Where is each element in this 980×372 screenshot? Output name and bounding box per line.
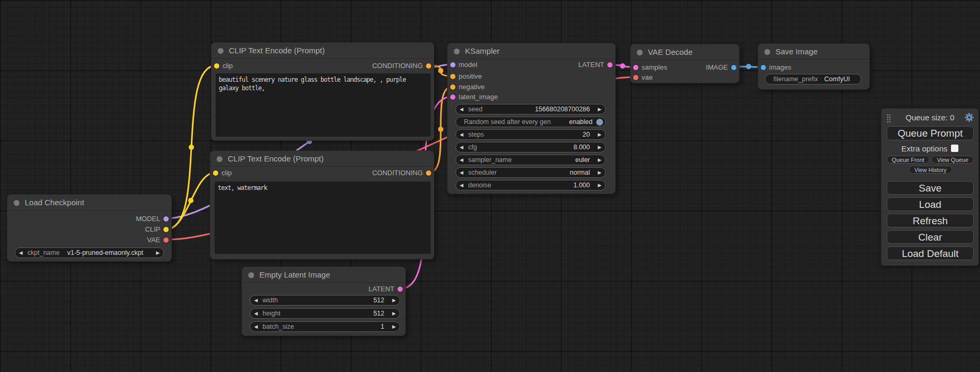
decrement-arrow-icon[interactable]: ◀ [460,142,468,152]
increment-arrow-icon[interactable]: ▶ [594,168,601,177]
toggle-icon[interactable] [596,119,603,126]
width-widget[interactable]: ◀ width 512 ▶ [250,295,400,306]
decrement-arrow-icon[interactable]: ◀ [254,322,262,331]
widget-value: 20 [484,131,590,138]
decrement-arrow-icon[interactable]: ◀ [254,309,262,318]
node-title-bar[interactable]: VAE Decode [630,44,739,60]
refresh-button[interactable]: Refresh [887,214,974,227]
increment-arrow-icon[interactable]: ▶ [152,248,160,257]
decrement-arrow-icon[interactable]: ◀ [460,104,468,114]
increment-arrow-icon[interactable]: ▶ [594,130,601,139]
slot-label: IMAGE [706,63,728,72]
load-button[interactable]: Load [887,197,974,211]
decrement-arrow-icon[interactable]: ◀ [460,180,468,190]
batch-size-widget[interactable]: ◀ batch_size 1 ▶ [250,321,400,332]
decrement-arrow-icon[interactable]: ◀ [19,248,27,257]
slot-label: latent_image [459,93,498,101]
increment-arrow-icon[interactable]: ▶ [594,104,601,114]
extra-options-checkbox[interactable] [951,145,958,152]
node-save-image[interactable]: Save Image images filename_prefix ComfyU… [758,43,870,90]
widget-label: seed [468,106,482,113]
queue-prompt-button[interactable]: Queue Prompt [887,126,974,140]
conditioning-output-dot[interactable] [426,170,431,176]
latent-image-input-dot[interactable] [450,94,455,100]
queue-menu-panel: Queue size: 0 Queue Prompt Extra options… [881,108,979,266]
clip-input-dot[interactable] [214,63,219,69]
images-input-dot[interactable] [761,65,766,70]
clear-button[interactable]: Clear [887,230,974,244]
samples-input-dot[interactable] [633,65,638,70]
decrement-arrow-icon[interactable]: ◀ [254,295,262,305]
cfg-widget[interactable]: ◀ cfg 8.000 ▶ [455,142,606,152]
collapse-dot-icon[interactable] [218,48,224,54]
collapse-dot-icon[interactable] [637,50,643,55]
decrement-arrow-icon[interactable]: ◀ [460,130,468,139]
increment-arrow-icon[interactable]: ▶ [594,155,601,165]
node-load-checkpoint[interactable]: Load Checkpoint MODEL CLIP VAE ◀ ckpt_na… [7,194,172,262]
widget-label: batch_size [263,323,294,330]
increment-arrow-icon[interactable]: ▶ [388,309,396,318]
collapse-dot-icon[interactable] [248,272,254,278]
random-seed-widget[interactable]: Random seed after every gen enabled [455,117,606,127]
latent-output-dot[interactable] [607,62,613,68]
seed-widget[interactable]: ◀ seed 156680208700286 ▶ [455,104,606,115]
collapse-dot-icon[interactable] [217,156,222,162]
increment-arrow-icon[interactable]: ▶ [594,180,601,190]
view-history-button[interactable]: View History [909,166,952,174]
widget-value: 512 [280,310,384,317]
clip-input-dot[interactable] [213,170,218,176]
collapse-dot-icon[interactable] [764,49,770,55]
image-output-dot[interactable] [731,65,736,70]
decrement-arrow-icon[interactable]: ◀ [460,168,468,177]
height-widget[interactable]: ◀ height 512 ▶ [250,308,400,319]
model-output-dot[interactable] [163,216,169,222]
node-ksampler[interactable]: KSampler model LATENT positive negative … [447,43,616,194]
scheduler-widget[interactable]: ◀ scheduler normal ▶ [455,167,606,178]
node-title-bar[interactable]: Save Image [758,44,869,60]
save-button[interactable]: Save [887,181,974,195]
denoise-widget[interactable]: ◀ denoise 1.000 ▶ [455,180,606,190]
slot-label: LATENT [368,285,394,293]
model-input-dot[interactable] [450,62,455,68]
settings-gear-icon[interactable] [965,113,974,122]
latent-image-slot-row: latent_image [448,93,615,101]
filename-prefix-widget[interactable]: filename_prefix ComfyUI [765,74,861,84]
clip-output-dot[interactable] [163,227,169,232]
collapse-dot-icon[interactable] [454,49,460,54]
output-slot-vae: VAE [7,236,171,244]
node-title-bar[interactable]: Empty Latent Image [242,267,405,283]
widget-label: sampler_name [468,156,512,164]
node-clip-text-encode-negative[interactable]: CLIP Text Encode (Prompt) clip CONDITION… [210,150,434,260]
sampler-name-widget[interactable]: ◀ sampler_name euler ▶ [455,155,606,165]
extra-options-label: Extra options [901,144,948,153]
latent-output-dot[interactable] [397,287,403,292]
prompt-textarea[interactable]: text, watermark [215,182,431,254]
prompt-textarea[interactable]: beautiful scenery nature glass bottle la… [216,73,431,137]
vae-output-dot[interactable] [163,237,169,243]
decrement-arrow-icon[interactable]: ◀ [460,155,468,165]
node-clip-text-encode-positive[interactable]: CLIP Text Encode (Prompt) clip CONDITION… [211,42,434,141]
increment-arrow-icon[interactable]: ▶ [594,142,601,152]
vae-input-dot[interactable] [633,75,638,80]
node-title-bar[interactable]: KSampler [448,43,615,59]
negative-input-dot[interactable] [450,84,455,90]
view-queue-button[interactable]: View Queue [932,156,974,164]
wire-latent-samples-middot [620,63,625,69]
load-default-button[interactable]: Load Default [887,246,974,260]
increment-arrow-icon[interactable]: ▶ [388,295,396,305]
increment-arrow-icon[interactable]: ▶ [388,322,396,331]
conditioning-output-dot[interactable] [426,63,431,69]
positive-slot-row: positive [448,72,615,81]
node-vae-decode[interactable]: VAE Decode samples IMAGE vae [630,44,740,83]
node-title-bar[interactable]: CLIP Text Encode (Prompt) [211,43,434,59]
widget-value: normal [497,169,590,176]
node-empty-latent-image[interactable]: Empty Latent Image LATENT ◀ width 512 ▶ … [241,266,406,336]
ckpt-name-widget[interactable]: ◀ ckpt_name v1-5-pruned-emaonly.ckpt ▶ [15,247,164,258]
slot-label: CONDITIONING [372,62,423,70]
node-title-bar[interactable]: CLIP Text Encode (Prompt) [210,151,434,167]
positive-input-dot[interactable] [450,74,455,79]
steps-widget[interactable]: ◀ steps 20 ▶ [455,129,606,140]
collapse-dot-icon[interactable] [14,200,20,206]
queue-front-button[interactable]: Queue Front [887,156,929,164]
node-title-bar[interactable]: Load Checkpoint [7,195,171,211]
